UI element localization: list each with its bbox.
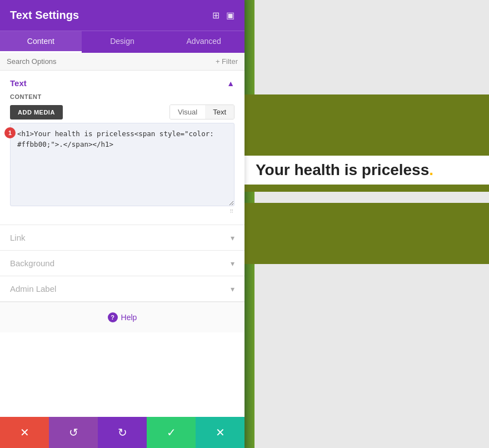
link-chevron-icon: ▾	[231, 233, 234, 242]
admin-section-header[interactable]: Admin Label ▾	[0, 276, 244, 301]
help-icon: ?	[108, 312, 118, 322]
code-editor-wrapper: 1 <h1>Your health is priceless<span styl…	[10, 123, 234, 215]
panel-body: Text ▲ Content ADD MEDIA Visual Text 1 <…	[0, 71, 244, 417]
text-section-title: Text	[10, 78, 27, 88]
tab-advanced[interactable]: Advanced	[163, 31, 244, 53]
settings-panel: Text Settings ⊞ ▣ Content Design Advance…	[0, 0, 244, 448]
admin-section: Admin Label ▾	[0, 276, 244, 302]
panel-title: Text Settings	[10, 9, 79, 22]
undo-icon: ↺	[69, 426, 78, 439]
filter-button[interactable]: + Filter	[216, 57, 238, 66]
preview-bottom-block	[244, 203, 489, 264]
help-link[interactable]: ? Help	[10, 312, 234, 322]
preview-text-area: Your health is priceless.	[244, 156, 489, 185]
link-section: Link ▾	[0, 225, 244, 251]
preview-heading-text: Your health is priceless	[256, 161, 429, 178]
close-icon: ✕	[216, 426, 225, 439]
background-section: Background ▾	[0, 251, 244, 276]
redo-icon: ↻	[118, 426, 127, 439]
editor-mode-tabs: Visual Text	[169, 104, 234, 120]
fullscreen-icon[interactable]: ⊞	[212, 10, 219, 21]
tab-design[interactable]: Design	[82, 31, 163, 53]
admin-section-title: Admin Label	[10, 284, 56, 293]
cancel-button[interactable]: ✕	[0, 417, 49, 448]
filter-label: + Filter	[216, 57, 238, 66]
background-chevron-icon: ▾	[231, 259, 234, 268]
background-section-title: Background	[10, 258, 54, 268]
text-chevron-icon: ▲	[227, 79, 234, 88]
panel-header: Text Settings ⊞ ▣	[0, 0, 244, 31]
text-section-header[interactable]: Text ▲	[0, 71, 244, 88]
preview-heading-dot: .	[429, 161, 433, 178]
split-view-icon[interactable]: ▣	[226, 10, 234, 21]
search-bar: + Filter	[0, 53, 244, 71]
resize-handle[interactable]: ⠿	[10, 208, 234, 215]
preview-area: Your health is priceless.	[244, 0, 489, 448]
link-section-title: Link	[10, 233, 26, 242]
save-icon: ✓	[167, 426, 176, 439]
link-section-header[interactable]: Link ▾	[0, 225, 244, 250]
tab-content[interactable]: Content	[0, 31, 82, 53]
header-icons: ⊞ ▣	[212, 10, 234, 21]
cancel-icon: ✕	[20, 426, 29, 439]
save-button[interactable]: ✓	[147, 417, 196, 448]
help-label: Help	[121, 313, 137, 322]
editor-toolbar: ADD MEDIA Visual Text	[10, 104, 234, 120]
add-media-button[interactable]: ADD MEDIA	[10, 105, 63, 120]
content-label: Content	[10, 93, 234, 100]
close-button[interactable]: ✕	[196, 417, 244, 448]
text-mode-tab[interactable]: Text	[205, 105, 234, 119]
help-bar: ? Help	[0, 302, 244, 332]
step-badge: 1	[4, 127, 16, 138]
admin-chevron-icon: ▾	[231, 285, 234, 293]
text-section-content: Content ADD MEDIA Visual Text 1 <h1>Your…	[0, 88, 244, 225]
preview-heading: Your health is priceless.	[256, 161, 433, 179]
code-textarea[interactable]: <h1>Your health is priceless<span style=…	[10, 123, 234, 206]
tab-bar: Content Design Advanced	[0, 31, 244, 53]
action-bar: ✕ ↺ ↻ ✓ ✕	[0, 417, 244, 448]
redo-button[interactable]: ↻	[98, 417, 147, 448]
undo-button[interactable]: ↺	[49, 417, 98, 448]
background-section-header[interactable]: Background ▾	[0, 251, 244, 276]
text-section: Text ▲ Content ADD MEDIA Visual Text 1 <…	[0, 71, 244, 225]
search-input[interactable]	[7, 57, 211, 66]
visual-mode-tab[interactable]: Visual	[170, 105, 205, 119]
